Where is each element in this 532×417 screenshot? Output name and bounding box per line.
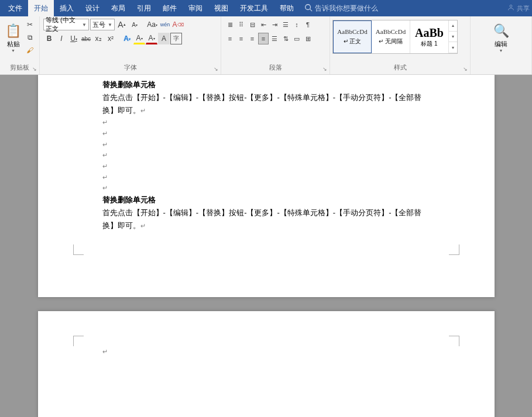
sort-button[interactable]: ↕ <box>291 19 302 30</box>
align-center-icon: ≡ <box>239 35 243 42</box>
grow-font-button[interactable]: A▴ <box>116 19 128 30</box>
clipboard-launcher[interactable]: ↘ <box>32 66 37 72</box>
numbering-button[interactable]: ⠿ <box>236 19 246 30</box>
style-heading1[interactable]: AaBb 标题 1 <box>410 20 449 53</box>
tell-me-search[interactable]: 告诉我你想要做什么 <box>304 4 378 13</box>
distribute-icon: ☰ <box>272 35 277 43</box>
style-no-spacing[interactable]: AaBbCcDd ↵ 无间隔 <box>372 20 410 53</box>
bucket-icon: ▭ <box>294 35 300 43</box>
font-launcher[interactable]: ↘ <box>214 66 218 72</box>
document-area[interactable]: 替换删除单元格 首先点击【开始】-【编辑】-【替换】按钮-【更多】-【特殊单元格… <box>0 75 532 417</box>
styles-scroll-up[interactable]: ▴ <box>449 20 457 32</box>
distribute-button[interactable]: ☰ <box>269 33 280 44</box>
menu-tab-bar: 文件 开始 插入 设计 布局 引用 邮件 审阅 视图 开发工具 帮助 告诉我你想… <box>0 0 532 16</box>
svg-point-0 <box>306 4 311 9</box>
decrease-indent-button[interactable]: ⇤ <box>258 19 269 30</box>
multilevel-button[interactable]: ⊟ <box>247 19 258 30</box>
find-icon: 🔍 <box>493 23 509 39</box>
paragraph-launcher[interactable]: ↘ <box>322 66 327 72</box>
tab-view[interactable]: 视图 <box>208 0 234 17</box>
page-corner <box>449 244 459 255</box>
align-right-icon: ≡ <box>250 35 254 42</box>
superscript-button[interactable]: x² <box>105 33 116 44</box>
shrink-font-button[interactable]: A▾ <box>129 19 140 30</box>
cut-button[interactable]: ✂ <box>24 19 36 30</box>
eraser-icon: ⌫ <box>177 22 184 27</box>
numbering-icon: ⠿ <box>239 21 243 29</box>
tab-developer[interactable]: 开发工具 <box>234 0 274 17</box>
direction-icon: ☰ <box>283 21 289 29</box>
phonetic-guide-button[interactable]: wén <box>159 19 171 30</box>
tab-layout[interactable]: 布局 <box>105 0 131 17</box>
increase-indent-button[interactable]: ⇥ <box>269 19 280 30</box>
sort-icon: ↕ <box>295 21 298 28</box>
format-painter-button[interactable]: 🖌 <box>24 44 36 56</box>
shading-button[interactable]: ▭ <box>291 33 302 44</box>
tab-design[interactable]: 设计 <box>80 0 105 17</box>
copy-button[interactable]: ⧉ <box>24 32 36 43</box>
text-effects-button[interactable]: A▾ <box>121 33 133 44</box>
doc-body[interactable]: 首先点击【开始】-【编辑】-【替换】按钮-【更多】-【特殊单元格】-【手动分页符… <box>102 91 430 117</box>
search-icon <box>304 4 313 13</box>
tab-references[interactable]: 引用 <box>131 0 157 17</box>
paragraph-mark: ↵ <box>102 139 430 150</box>
group-font: 等线 (中文正文▼ 五号▼ A▴ A▾ Aa▾ wén A⌫ B I U▾ ab… <box>40 16 221 74</box>
styles-launcher[interactable]: ↘ <box>463 66 468 72</box>
font-family-combo[interactable]: 等线 (中文正文▼ <box>43 19 89 30</box>
group-clipboard: 📋 粘贴 ▼ ✂ ⧉ 🖌 剪贴板↘ <box>0 16 40 74</box>
share-icon <box>507 4 515 13</box>
tab-insert[interactable]: 插入 <box>54 0 80 17</box>
bold-button[interactable]: B <box>43 33 55 44</box>
align-center-button[interactable]: ≡ <box>236 33 246 44</box>
align-right-button[interactable]: ≡ <box>247 33 258 44</box>
multilevel-icon: ⊟ <box>250 21 255 29</box>
tab-home[interactable]: 开始 <box>28 0 54 17</box>
copy-icon: ⧉ <box>28 33 33 42</box>
style-normal[interactable]: AaBbCcDd ↵ 正文 <box>333 20 372 53</box>
tab-help[interactable]: 帮助 <box>274 0 300 17</box>
show-marks-button[interactable]: ¶ <box>303 19 313 30</box>
styles-expand[interactable]: ▾ <box>449 42 457 53</box>
paste-button[interactable]: 📋 粘贴 ▼ <box>4 19 23 57</box>
align-justify-icon: ≡ <box>262 35 265 42</box>
tab-mailings[interactable]: 邮件 <box>157 0 183 17</box>
page-2: ↵ <box>38 311 495 417</box>
line-spacing-button[interactable]: ⇅ <box>280 33 291 44</box>
align-left-button[interactable]: ≡ <box>225 33 235 44</box>
page-corner <box>449 336 459 346</box>
svg-line-1 <box>310 9 313 11</box>
pilcrow-icon: ¶ <box>306 21 310 28</box>
underline-button[interactable]: U▾ <box>68 33 80 44</box>
paragraph-mark: ↵ <box>102 346 430 357</box>
change-case-button[interactable]: Aa▾ <box>146 19 158 30</box>
char-border-button[interactable]: 字 <box>170 33 182 44</box>
highlight-button[interactable]: A▾ <box>133 33 145 44</box>
editing-button[interactable]: 🔍 编辑 ▼ <box>489 19 513 57</box>
align-justify-button[interactable]: ≡ <box>258 33 269 44</box>
strikethrough-button[interactable]: abc <box>80 33 92 44</box>
italic-button[interactable]: I <box>56 33 67 44</box>
outdent-icon: ⇤ <box>261 21 266 29</box>
doc-body[interactable]: 首先点击【开始】-【编辑】-【替换】按钮-【更多】-【特殊单元格】-【手动分页符… <box>102 206 430 232</box>
tell-me-label: 告诉我你想要做什么 <box>315 4 378 13</box>
tab-file[interactable]: 文件 <box>2 0 28 17</box>
text-direction-button[interactable]: ☰ <box>280 19 291 30</box>
font-color-button[interactable]: A▾ <box>146 33 157 44</box>
paragraph-mark: ↵ <box>102 150 430 161</box>
bullets-button[interactable]: ≣ <box>225 19 235 30</box>
doc-heading[interactable]: 替换删除单元格 <box>102 194 430 206</box>
styles-scroll-down[interactable]: ▾ <box>449 32 457 43</box>
svg-point-2 <box>510 5 512 7</box>
font-size-combo[interactable]: 五号▼ <box>90 19 115 30</box>
paragraph-mark: ↵ <box>102 128 430 139</box>
clear-formatting-button[interactable]: A⌫ <box>172 19 184 30</box>
page-corner <box>73 244 84 255</box>
group-styles: AaBbCcDd ↵ 正文 AaBbCcDd ↵ 无间隔 AaBb 标题 1 ▴… <box>330 16 471 74</box>
share-button[interactable]: 共享 <box>507 4 530 13</box>
bullets-icon: ≣ <box>228 21 233 29</box>
borders-button[interactable]: ⊞ <box>303 33 313 44</box>
tab-review[interactable]: 审阅 <box>183 0 208 17</box>
char-shading-button[interactable]: A <box>158 33 170 44</box>
doc-heading[interactable]: 替换删除单元格 <box>102 78 430 91</box>
subscript-button[interactable]: x₂ <box>92 33 104 44</box>
